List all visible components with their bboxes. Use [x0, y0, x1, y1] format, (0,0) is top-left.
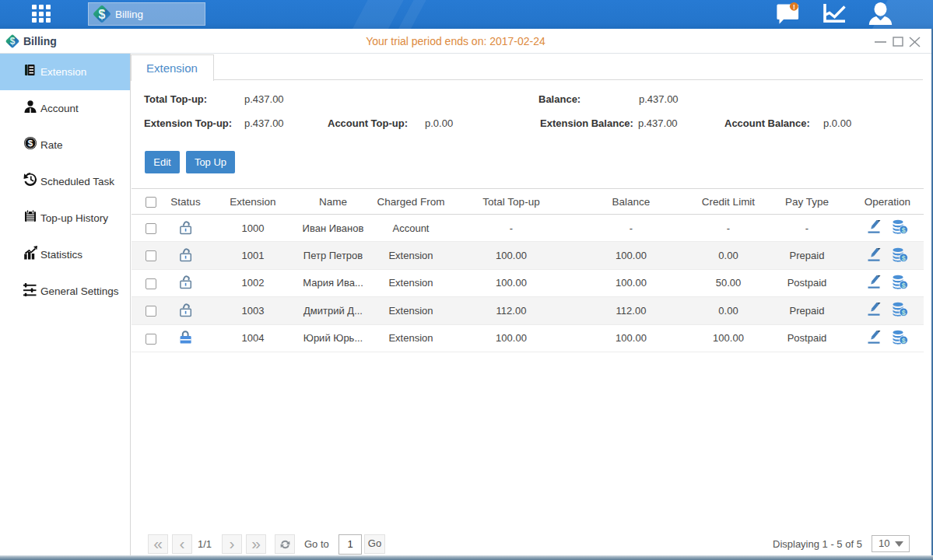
svg-text:$: $ [902, 336, 906, 344]
svg-text:$: $ [902, 254, 906, 261]
svg-text:$: $ [902, 309, 906, 317]
svg-text:$: $ [902, 282, 906, 289]
svg-text:$: $ [99, 8, 106, 21]
svg-text:$: $ [28, 138, 33, 148]
svg-text:$: $ [10, 36, 16, 47]
svg-text:!: ! [793, 3, 795, 11]
svg-text:$: $ [902, 226, 906, 234]
